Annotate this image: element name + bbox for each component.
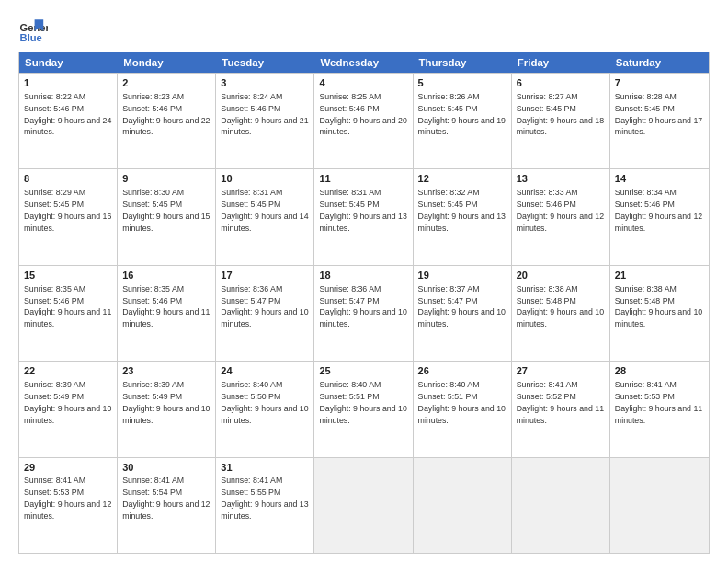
day-cell-3: 3Sunrise: 8:24 AMSunset: 5:46 PMDaylight…	[216, 74, 314, 168]
cell-content: Sunrise: 8:40 AMSunset: 5:51 PMDaylight:…	[319, 380, 406, 425]
day-number: 25	[319, 364, 407, 378]
day-cell-16: 16Sunrise: 8:35 AMSunset: 5:46 PMDayligh…	[118, 266, 216, 361]
empty-cell-4-6	[610, 458, 709, 553]
cell-content: Sunrise: 8:27 AMSunset: 5:45 PMDaylight:…	[517, 92, 604, 137]
calendar-row-2: 8Sunrise: 8:29 AMSunset: 5:45 PMDaylight…	[19, 168, 709, 264]
day-cell-15: 15Sunrise: 8:35 AMSunset: 5:46 PMDayligh…	[19, 266, 118, 361]
day-number: 19	[418, 269, 506, 282]
day-cell-8: 8Sunrise: 8:29 AMSunset: 5:45 PMDaylight…	[19, 169, 118, 264]
day-cell-7: 7Sunrise: 8:28 AMSunset: 5:45 PMDaylight…	[610, 74, 709, 168]
day-cell-24: 24Sunrise: 8:40 AMSunset: 5:50 PMDayligh…	[216, 362, 314, 456]
header-monday: Monday	[118, 52, 216, 73]
svg-text:Blue: Blue	[20, 32, 42, 43]
cell-content: Sunrise: 8:36 AMSunset: 5:47 PMDaylight:…	[319, 284, 406, 329]
cell-content: Sunrise: 8:41 AMSunset: 5:53 PMDaylight:…	[24, 476, 111, 521]
page: General Blue Sunday Monday Tuesday Wedne…	[0, 0, 728, 563]
cell-content: Sunrise: 8:40 AMSunset: 5:50 PMDaylight:…	[221, 380, 308, 425]
cell-content: Sunrise: 8:28 AMSunset: 5:45 PMDaylight:…	[615, 92, 702, 137]
day-number: 2	[122, 76, 210, 90]
cell-content: Sunrise: 8:22 AMSunset: 5:46 PMDaylight:…	[24, 92, 111, 137]
day-number: 27	[517, 364, 605, 378]
day-number: 26	[418, 364, 506, 378]
cell-content: Sunrise: 8:35 AMSunset: 5:46 PMDaylight:…	[24, 284, 111, 329]
cell-content: Sunrise: 8:39 AMSunset: 5:49 PMDaylight:…	[122, 380, 210, 425]
day-number: 14	[615, 172, 704, 186]
calendar: Sunday Monday Tuesday Wednesday Thursday…	[18, 52, 710, 554]
day-cell-25: 25Sunrise: 8:40 AMSunset: 5:51 PMDayligh…	[314, 362, 413, 456]
day-number: 28	[615, 364, 704, 378]
day-number: 22	[24, 364, 112, 378]
day-number: 21	[615, 269, 704, 282]
day-number: 30	[122, 461, 210, 475]
day-number: 11	[319, 172, 407, 186]
empty-cell-4-3	[314, 458, 413, 553]
cell-content: Sunrise: 8:25 AMSunset: 5:46 PMDaylight:…	[319, 92, 406, 137]
cell-content: Sunrise: 8:38 AMSunset: 5:48 PMDaylight:…	[615, 284, 702, 329]
calendar-row-1: 1Sunrise: 8:22 AMSunset: 5:46 PMDaylight…	[19, 73, 709, 168]
day-number: 16	[122, 269, 210, 282]
day-number: 3	[221, 76, 309, 90]
cell-content: Sunrise: 8:24 AMSunset: 5:46 PMDaylight:…	[221, 92, 308, 137]
day-number: 15	[24, 269, 112, 282]
cell-content: Sunrise: 8:35 AMSunset: 5:46 PMDaylight:…	[122, 284, 210, 329]
svg-text:General: General	[20, 22, 48, 33]
day-cell-17: 17Sunrise: 8:36 AMSunset: 5:47 PMDayligh…	[216, 266, 314, 361]
header-thursday: Thursday	[414, 52, 512, 73]
header-saturday: Saturday	[610, 52, 709, 73]
day-number: 12	[418, 172, 506, 186]
day-cell-20: 20Sunrise: 8:38 AMSunset: 5:48 PMDayligh…	[512, 266, 610, 361]
day-number: 7	[615, 76, 704, 90]
day-cell-27: 27Sunrise: 8:41 AMSunset: 5:52 PMDayligh…	[512, 362, 610, 456]
day-number: 6	[517, 76, 605, 90]
calendar-row-5: 29Sunrise: 8:41 AMSunset: 5:53 PMDayligh…	[19, 457, 709, 553]
day-cell-6: 6Sunrise: 8:27 AMSunset: 5:45 PMDaylight…	[512, 74, 610, 168]
empty-cell-4-5	[512, 458, 610, 553]
day-cell-18: 18Sunrise: 8:36 AMSunset: 5:47 PMDayligh…	[314, 266, 413, 361]
day-number: 8	[24, 172, 112, 186]
day-number: 1	[24, 76, 112, 90]
day-number: 24	[221, 364, 309, 378]
day-cell-30: 30Sunrise: 8:41 AMSunset: 5:54 PMDayligh…	[118, 458, 216, 553]
day-cell-29: 29Sunrise: 8:41 AMSunset: 5:53 PMDayligh…	[19, 458, 118, 553]
cell-content: Sunrise: 8:36 AMSunset: 5:47 PMDaylight:…	[221, 284, 308, 329]
header-tuesday: Tuesday	[216, 52, 314, 73]
calendar-row-4: 22Sunrise: 8:39 AMSunset: 5:49 PMDayligh…	[19, 361, 709, 456]
cell-content: Sunrise: 8:33 AMSunset: 5:46 PMDaylight:…	[517, 188, 604, 233]
header: General Blue	[18, 17, 710, 46]
day-cell-26: 26Sunrise: 8:40 AMSunset: 5:51 PMDayligh…	[414, 362, 512, 456]
day-number: 9	[122, 172, 210, 186]
cell-content: Sunrise: 8:41 AMSunset: 5:53 PMDaylight:…	[615, 380, 702, 425]
day-number: 23	[122, 364, 210, 378]
day-cell-28: 28Sunrise: 8:41 AMSunset: 5:53 PMDayligh…	[610, 362, 709, 456]
logo: General Blue	[18, 17, 48, 46]
cell-content: Sunrise: 8:31 AMSunset: 5:45 PMDaylight:…	[221, 188, 308, 233]
day-cell-10: 10Sunrise: 8:31 AMSunset: 5:45 PMDayligh…	[216, 169, 314, 264]
day-cell-19: 19Sunrise: 8:37 AMSunset: 5:47 PMDayligh…	[414, 266, 512, 361]
cell-content: Sunrise: 8:39 AMSunset: 5:49 PMDaylight:…	[24, 380, 111, 425]
cell-content: Sunrise: 8:26 AMSunset: 5:45 PMDaylight:…	[418, 92, 506, 137]
logo-icon: General Blue	[18, 17, 48, 46]
day-cell-23: 23Sunrise: 8:39 AMSunset: 5:49 PMDayligh…	[118, 362, 216, 456]
day-cell-14: 14Sunrise: 8:34 AMSunset: 5:46 PMDayligh…	[610, 169, 709, 264]
day-number: 31	[221, 461, 309, 475]
day-cell-12: 12Sunrise: 8:32 AMSunset: 5:45 PMDayligh…	[414, 169, 512, 264]
cell-content: Sunrise: 8:41 AMSunset: 5:55 PMDaylight:…	[221, 476, 308, 521]
day-cell-1: 1Sunrise: 8:22 AMSunset: 5:46 PMDaylight…	[19, 74, 118, 168]
cell-content: Sunrise: 8:41 AMSunset: 5:52 PMDaylight:…	[517, 380, 604, 425]
empty-cell-4-4	[414, 458, 512, 553]
day-cell-22: 22Sunrise: 8:39 AMSunset: 5:49 PMDayligh…	[19, 362, 118, 456]
calendar-body: 1Sunrise: 8:22 AMSunset: 5:46 PMDaylight…	[19, 73, 709, 553]
header-sunday: Sunday	[19, 52, 118, 73]
day-cell-13: 13Sunrise: 8:33 AMSunset: 5:46 PMDayligh…	[512, 169, 610, 264]
day-cell-31: 31Sunrise: 8:41 AMSunset: 5:55 PMDayligh…	[216, 458, 314, 553]
cell-content: Sunrise: 8:40 AMSunset: 5:51 PMDaylight:…	[418, 380, 506, 425]
cell-content: Sunrise: 8:30 AMSunset: 5:45 PMDaylight:…	[122, 188, 210, 233]
cell-content: Sunrise: 8:34 AMSunset: 5:46 PMDaylight:…	[615, 188, 702, 233]
day-cell-9: 9Sunrise: 8:30 AMSunset: 5:45 PMDaylight…	[118, 169, 216, 264]
day-number: 5	[418, 76, 506, 90]
cell-content: Sunrise: 8:29 AMSunset: 5:45 PMDaylight:…	[24, 188, 111, 233]
day-cell-4: 4Sunrise: 8:25 AMSunset: 5:46 PMDaylight…	[314, 74, 413, 168]
day-cell-5: 5Sunrise: 8:26 AMSunset: 5:45 PMDaylight…	[414, 74, 512, 168]
cell-content: Sunrise: 8:31 AMSunset: 5:45 PMDaylight:…	[319, 188, 406, 233]
header-wednesday: Wednesday	[314, 52, 413, 73]
